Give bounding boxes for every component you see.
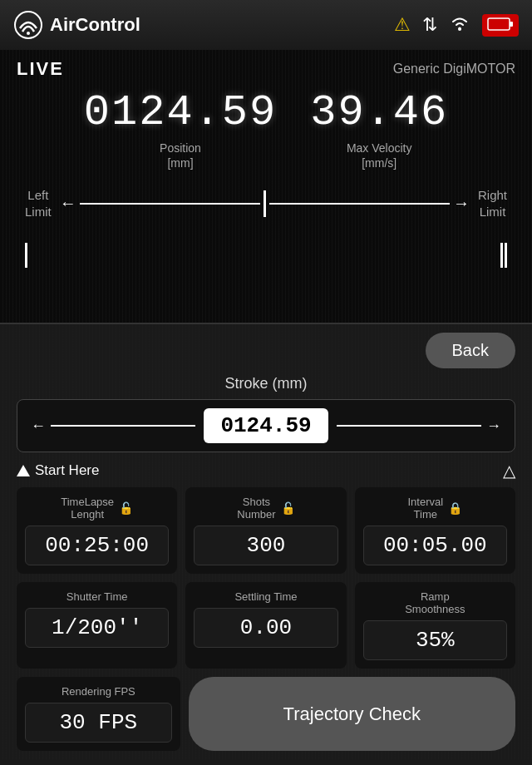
left-limit-label: LeftLimit bbox=[25, 187, 52, 220]
limits-row: LeftLimit ← → RightLimit bbox=[17, 187, 515, 220]
trajectory-button[interactable]: Trajectory Check bbox=[189, 677, 515, 751]
fps-cell[interactable]: Rendering FPS 30 FPS bbox=[17, 677, 180, 751]
bottom-row: Rendering FPS 30 FPS Trajectory Check bbox=[17, 677, 515, 751]
position-label: Position[mm] bbox=[84, 141, 277, 170]
fps-label: Rendering FPS bbox=[25, 685, 172, 698]
device-name: Generic DigiMOTOR bbox=[393, 62, 515, 76]
wifi-svg bbox=[449, 13, 470, 32]
shots-lock-icon: 🔓 bbox=[281, 501, 295, 515]
fps-value[interactable]: 30 FPS bbox=[25, 703, 172, 743]
logo: AirControl bbox=[13, 10, 140, 40]
velocity-label: Max Velocity[mm/s] bbox=[310, 141, 448, 170]
shutter-cell[interactable]: Shutter Time 1/200'' bbox=[17, 582, 177, 669]
logo-text: AirControl bbox=[50, 14, 140, 36]
start-triangle-icon bbox=[17, 465, 30, 476]
wifi-icon[interactable] bbox=[449, 13, 470, 37]
stroke-input-row[interactable]: ← 0124.59 → bbox=[17, 399, 515, 452]
shots-cell[interactable]: ShotsNumber 🔓 300 bbox=[185, 487, 346, 574]
settling-label: Settling Time bbox=[194, 590, 337, 603]
interval-cell[interactable]: IntervalTime 🔒 00:05.00 bbox=[355, 487, 515, 574]
header: AirControl ⚠ ⇅ bbox=[0, 0, 532, 50]
warning-icon[interactable]: ⚠ bbox=[394, 14, 411, 36]
settings-grid-row2: Shutter Time 1/200'' Settling Time 0.00 … bbox=[17, 582, 515, 669]
start-row: Start Here △ bbox=[17, 461, 515, 481]
right-indicator bbox=[500, 243, 507, 268]
live-header: LIVE Generic DigiMOTOR bbox=[17, 58, 515, 80]
velocity-value: 39.46 bbox=[310, 88, 448, 137]
timelapse-lock-icon: 🔓 bbox=[119, 501, 133, 515]
shutter-value[interactable]: 1/200'' bbox=[25, 608, 169, 648]
stroke-value[interactable]: 0124.59 bbox=[204, 408, 328, 443]
timelapse-value[interactable]: 00:25:00 bbox=[25, 526, 169, 565]
swap-icon[interactable]: ⇅ bbox=[422, 14, 437, 36]
start-here: Start Here bbox=[17, 462, 99, 479]
live-label: LIVE bbox=[17, 58, 64, 80]
svg-point-1 bbox=[27, 32, 30, 35]
interval-value[interactable]: 00:05.00 bbox=[363, 526, 507, 565]
stroke-arrow-left: ← bbox=[31, 417, 46, 435]
back-row: Back bbox=[17, 333, 515, 368]
stroke-arrow-right: → bbox=[486, 417, 501, 435]
svg-point-2 bbox=[458, 27, 461, 31]
position-value: 0124.59 bbox=[84, 88, 277, 137]
battery-svg bbox=[487, 16, 514, 32]
position-display: 0124.59 Position[mm] bbox=[84, 88, 277, 170]
shots-value[interactable]: 300 bbox=[194, 526, 337, 565]
svg-rect-5 bbox=[490, 20, 498, 28]
ramp-cell[interactable]: RampSmoothness 35% bbox=[355, 582, 515, 669]
main-content: Back Stroke (mm) ← 0124.59 → Start Here … bbox=[0, 324, 532, 759]
settling-value[interactable]: 0.00 bbox=[194, 608, 337, 648]
battery-icon bbox=[482, 14, 519, 37]
header-icons: ⚠ ⇅ bbox=[394, 13, 519, 37]
right-limit-label: RightLimit bbox=[478, 187, 507, 220]
stroke-label: Stroke (mm) bbox=[17, 375, 515, 392]
timelapse-label: TimeLapseLenght 🔓 bbox=[25, 496, 169, 521]
shutter-label: Shutter Time bbox=[25, 590, 169, 603]
left-indicator bbox=[25, 243, 27, 268]
interval-lock-icon: 🔒 bbox=[448, 501, 462, 515]
live-panel: LIVE Generic DigiMOTOR 0124.59 Position[… bbox=[0, 50, 532, 324]
timelapse-cell[interactable]: TimeLapseLenght 🔓 00:25:00 bbox=[17, 487, 177, 574]
settings-grid-row1: TimeLapseLenght 🔓 00:25:00 ShotsNumber 🔓… bbox=[17, 487, 515, 574]
start-here-label: Start Here bbox=[35, 462, 99, 479]
live-display: 0124.59 Position[mm] 39.46 Max Velocity[… bbox=[17, 88, 515, 170]
aircontrol-logo-icon bbox=[13, 10, 43, 40]
ramp-value[interactable]: 35% bbox=[363, 620, 507, 660]
end-triangle-icon: △ bbox=[503, 461, 515, 481]
ramp-label: RampSmoothness bbox=[363, 590, 507, 615]
interval-label: IntervalTime 🔒 bbox=[363, 496, 507, 521]
velocity-display: 39.46 Max Velocity[mm/s] bbox=[310, 88, 448, 170]
shots-label: ShotsNumber 🔓 bbox=[194, 496, 337, 521]
svg-rect-4 bbox=[510, 22, 513, 27]
settling-cell[interactable]: Settling Time 0.00 bbox=[185, 582, 346, 669]
back-button[interactable]: Back bbox=[426, 333, 515, 368]
